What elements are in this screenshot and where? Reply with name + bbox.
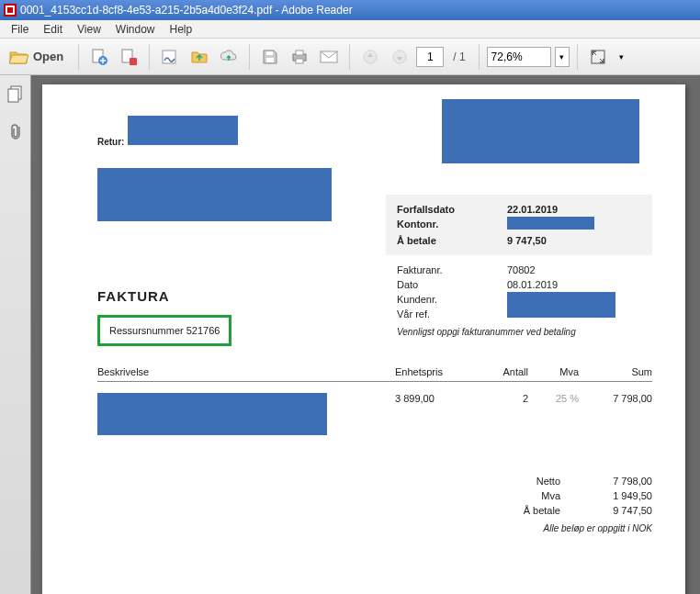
totals-mva: Mva 1 949,50 <box>514 488 652 503</box>
arrow-up-icon <box>363 50 378 64</box>
redacted-block <box>507 292 615 318</box>
svg-rect-11 <box>296 50 303 55</box>
menu-window[interactable]: Window <box>108 21 163 38</box>
zoom-dropdown[interactable]: ▾ <box>555 47 570 67</box>
redacted-block <box>97 393 327 435</box>
resource-number: Ressursnummer 521766 <box>109 325 220 336</box>
toolbar-divider <box>78 44 79 70</box>
row-sum: 7 798,00 <box>579 393 652 437</box>
row-enhetspris: 3 899,00 <box>395 393 478 437</box>
window-title: 0001_4153cc1d-8cf8-4e53-a215-2b5a4d0e3f2… <box>20 4 353 17</box>
redacted-block <box>97 168 332 221</box>
netto-value: 7 798,00 <box>579 474 652 488</box>
row-antall: 2 <box>478 393 528 437</box>
ref-row-fakturanr: Fakturanr. 70802 <box>397 263 641 277</box>
row-mva: 25 % <box>528 393 579 437</box>
netto-label: Netto <box>514 474 579 488</box>
workspace: Retur: Forfallsdato 22.01.2019 Kontonr. … <box>0 75 700 594</box>
svg-rect-12 <box>296 59 303 63</box>
fakturanr-label: Fakturanr. <box>397 263 507 277</box>
side-panel <box>0 75 31 594</box>
reference-box: Fakturanr. 70802 Dato 08.01.2019 Kundenr… <box>386 259 652 341</box>
menu-file[interactable]: File <box>4 21 36 38</box>
menu-edit[interactable]: Edit <box>36 21 70 38</box>
resource-number-box: Ressursnummer 521766 <box>97 315 231 346</box>
ref-row-dato: Dato 08.01.2019 <box>397 277 641 292</box>
abetale-value: 9 747,50 <box>579 503 652 518</box>
sign-button[interactable] <box>157 44 183 70</box>
menu-help[interactable]: Help <box>163 21 200 38</box>
svg-rect-9 <box>266 58 274 62</box>
print-button[interactable] <box>287 44 312 70</box>
abetale-label: Å betale <box>397 233 507 248</box>
zoom-field[interactable] <box>487 47 551 67</box>
toolbar-divider <box>577 44 578 70</box>
toolbar-divider <box>479 44 480 70</box>
menubar: File Edit View Window Help <box>0 20 700 39</box>
folder-send-icon <box>190 48 209 66</box>
thumbnails-button[interactable] <box>6 84 25 105</box>
document-viewport[interactable]: Retur: Forfallsdato 22.01.2019 Kontonr. … <box>31 75 700 594</box>
abetale-value: 9 747,50 <box>507 233 641 248</box>
redacted-block <box>507 217 594 230</box>
table-row: 3 899,00 2 25 % 7 798,00 <box>97 393 652 437</box>
redacted-block <box>128 116 238 145</box>
dato-value: 08.01.2019 <box>507 277 641 292</box>
open-label: Open <box>33 50 63 63</box>
payment-info-box: Forfallsdato 22.01.2019 Kontonr. Å betal… <box>386 195 652 255</box>
window-titlebar: 0001_4153cc1d-8cf8-4e53-a215-2b5a4d0e3f2… <box>0 0 700 20</box>
varref-label: Vår ref. <box>397 307 507 321</box>
cloud-button[interactable] <box>216 44 242 70</box>
abetale-label: Å betale <box>514 503 579 518</box>
app-icon <box>4 4 17 17</box>
export-pdf-button[interactable] <box>86 44 112 70</box>
payment-note: Vennligst oppgi fakturanummer ved betali… <box>397 327 641 337</box>
signature-icon <box>161 48 179 66</box>
save-icon <box>262 49 278 65</box>
paperclip-icon <box>8 122 23 140</box>
retur-label: Retur: <box>97 137 124 147</box>
col-antall: Antall <box>478 366 528 377</box>
page-total: / 1 <box>447 50 470 63</box>
pdf-create-icon <box>119 48 138 66</box>
dato-label: Dato <box>397 277 507 292</box>
email-button[interactable] <box>316 44 342 70</box>
page-input[interactable] <box>416 47 444 67</box>
toolbar-divider <box>349 44 350 70</box>
toolbar-divider <box>249 44 250 70</box>
print-icon <box>290 49 309 65</box>
cloud-upload-icon <box>220 48 238 66</box>
arrow-down-icon <box>392 50 407 64</box>
info-row-abetale: Å betale 9 747,50 <box>397 233 641 248</box>
forfallsdato-value: 22.01.2019 <box>507 202 641 217</box>
view-dropdown[interactable]: ▾ <box>615 47 629 67</box>
kontonr-label: Kontonr. <box>397 217 507 233</box>
pdf-export-icon <box>90 48 108 66</box>
fit-page-button[interactable] <box>585 44 611 70</box>
attachments-button[interactable] <box>6 121 25 141</box>
menu-view[interactable]: View <box>70 21 108 38</box>
toolbar: Open / 1 ▾ ▾ <box>0 39 700 75</box>
kundenr-label: Kundenr. <box>397 292 507 307</box>
redacted-block <box>442 99 639 163</box>
table-header: Beskrivelse Enhetspris Antall Mva Sum <box>97 366 652 382</box>
col-sum: Sum <box>579 366 652 377</box>
create-pdf-button[interactable] <box>116 44 141 70</box>
svg-rect-18 <box>8 89 18 102</box>
ref-row-kundenr: Kundenr. <box>397 292 641 307</box>
currency-note: Alle beløp er oppgitt i NOK <box>514 523 652 533</box>
save-button[interactable] <box>257 44 283 70</box>
folder-open-icon <box>9 49 29 65</box>
next-page-button[interactable] <box>387 44 412 70</box>
totals-abetale: Å betale 9 747,50 <box>514 503 652 518</box>
mva-value: 1 949,50 <box>579 488 652 503</box>
col-mva: Mva <box>528 366 579 377</box>
open-button[interactable]: Open <box>6 43 71 71</box>
envelope-icon <box>320 50 338 63</box>
expand-icon <box>590 49 606 65</box>
send-file-button[interactable] <box>186 44 212 70</box>
chevron-down-icon: ▾ <box>619 52 624 62</box>
prev-page-button[interactable] <box>357 44 383 70</box>
forfallsdato-label: Forfallsdato <box>397 202 507 217</box>
totals-netto: Netto 7 798,00 <box>514 474 652 488</box>
